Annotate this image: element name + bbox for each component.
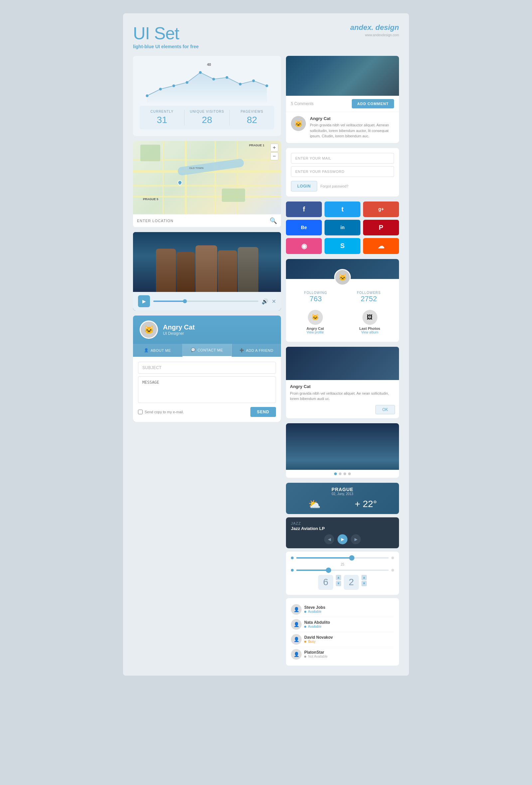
user-grid-item-photos: 🖼 Last Photos View album xyxy=(344,307,396,337)
story-image: 🐱 xyxy=(286,347,399,380)
user-mini-panel: 🐱 FOLLOWING 763 FOLLOWERS 2752 xyxy=(286,259,399,342)
map-search-input[interactable] xyxy=(137,219,270,223)
num-up-2[interactable]: ▲ xyxy=(361,575,367,580)
slider-fill-1 xyxy=(296,557,352,559)
friend-name-platon: PlatonStar xyxy=(304,650,328,655)
music-prev-button[interactable]: ◀ xyxy=(324,534,334,544)
avatar: 🐱 xyxy=(140,321,158,339)
slider-row-2 xyxy=(291,569,394,572)
comments-count: 5 Comments xyxy=(291,101,313,106)
linkedin-button[interactable]: in xyxy=(325,220,360,235)
followers-count: 2752 xyxy=(357,295,381,303)
map-zoom-in[interactable]: + xyxy=(270,144,278,152)
tab-contact-me[interactable]: 💬 CONTACT ME xyxy=(182,344,232,357)
friend-avatar-steve: 👤 xyxy=(291,604,302,615)
map-label-oldtown: OLD TOWN xyxy=(189,167,203,170)
status-dot-nata xyxy=(304,626,306,628)
map-zoom-out[interactable]: − xyxy=(270,152,278,160)
story-body: Angry Cat Proin gravida nibh vel velitau… xyxy=(286,380,399,418)
header-left: UI Set light-blue UI elements for free xyxy=(133,23,199,49)
page-title: UI Set xyxy=(133,23,199,43)
play-icon: ▶ xyxy=(142,299,146,304)
stat-visitors: UNIQUE VISITORS 28 xyxy=(184,110,229,125)
weather-panel: PRAGUE 02, Juny, 2013 ⛅ + 22° xyxy=(286,483,399,514)
slider-thumb-2[interactable] xyxy=(326,567,331,573)
slider-value: 25 xyxy=(291,562,394,566)
number-value-2: 2 xyxy=(349,577,354,587)
music-play-button[interactable]: ▶ xyxy=(337,534,348,544)
soundcloud-button[interactable]: ☁ xyxy=(363,238,399,254)
number-picker: 6 ▲ ▼ 2 ▲ ▼ xyxy=(291,575,394,590)
forgot-password-link[interactable]: Forgot passwod? xyxy=(321,184,349,188)
following-count: 763 xyxy=(304,295,327,303)
progress-thumb xyxy=(183,299,187,303)
status-dot-david xyxy=(304,641,306,643)
email-input[interactable] xyxy=(291,153,394,163)
facebook-button[interactable]: f xyxy=(286,202,322,217)
send-button[interactable]: SEND xyxy=(250,407,276,417)
slider-panel: 25 6 ▲ ▼ xyxy=(286,552,399,595)
friend-name-david: David Novakov xyxy=(304,635,333,640)
copy-email-checkbox[interactable] xyxy=(138,410,143,414)
tab-about-me-label: ABOUT ME xyxy=(151,349,171,352)
user-icon: 👤 xyxy=(144,348,149,352)
subject-input[interactable] xyxy=(138,362,276,374)
num-down-1[interactable]: ▼ xyxy=(336,581,341,586)
stats-row: CURRENTLY 31 UNIQUE VISITORS 28 PAGEVIEW… xyxy=(140,106,274,129)
tab-about-me[interactable]: 👤 ABOUT ME xyxy=(133,344,182,357)
video-thumbnail xyxy=(133,232,281,292)
twitter-button[interactable]: t xyxy=(325,202,360,217)
main-layout: 40 xyxy=(133,56,399,666)
google-plus-button[interactable]: g+ xyxy=(363,202,399,217)
num-down-2[interactable]: ▼ xyxy=(361,581,367,586)
message-input[interactable] xyxy=(138,376,276,403)
post-image xyxy=(286,56,399,96)
dribbble-button[interactable]: ◉ xyxy=(286,238,322,254)
video-progress-bar[interactable] xyxy=(153,301,258,302)
progress-fill xyxy=(153,301,185,302)
social-grid: f t g+ Be in P ◉ S ☁ xyxy=(286,202,399,254)
dot-4[interactable] xyxy=(348,473,351,475)
add-icon: ➕ xyxy=(239,348,245,352)
num-controls-1: ▲ ▼ xyxy=(336,575,341,590)
svg-point-3 xyxy=(186,81,188,84)
friend-name-steve: Steve Jobs xyxy=(304,605,325,610)
view-album-link[interactable]: View album xyxy=(345,330,394,334)
view-profile-link[interactable]: View profile xyxy=(290,330,340,334)
dot-1[interactable] xyxy=(334,473,337,475)
post-panel: 5 Comments ADD COMMENT 🐱 Angry Cat Proin… xyxy=(286,56,399,143)
stat-visitors-value: 28 xyxy=(184,115,229,125)
close-icon[interactable]: ✕ xyxy=(272,298,276,305)
ok-button[interactable]: OK xyxy=(375,405,395,414)
chart-area: 40 xyxy=(140,62,274,102)
tab-add-friend[interactable]: ➕ ADD A FRIEND xyxy=(232,344,281,357)
dot-2[interactable] xyxy=(339,473,341,475)
friend-status-david: Busy xyxy=(304,640,333,643)
skype-button[interactable]: S xyxy=(325,238,360,254)
num-up-1[interactable]: ▲ xyxy=(336,575,341,580)
profile-role: UI Designer xyxy=(163,331,195,336)
friend-info-platon: PlatonStar Not Available xyxy=(304,650,328,658)
music-panel: JAZZ Jazz Aviation LP ◀ ▶ ▶ xyxy=(286,517,399,548)
stat-currently: CURRENTLY 31 xyxy=(140,110,184,125)
svg-point-8 xyxy=(252,79,255,82)
login-button[interactable]: LOGIN xyxy=(291,181,317,192)
map-search: 🔍 xyxy=(133,214,281,227)
add-comment-button[interactable]: ADD COMMENT xyxy=(352,99,394,108)
pinterest-button[interactable]: P xyxy=(363,220,399,235)
svg-point-7 xyxy=(239,83,242,85)
video-play-button[interactable]: ▶ xyxy=(138,295,150,307)
svg-point-9 xyxy=(266,84,268,87)
music-next-button[interactable]: ▶ xyxy=(351,534,361,544)
music-controls: ◀ ▶ ▶ xyxy=(291,534,394,544)
volume-icon[interactable]: 🔊 xyxy=(262,298,268,305)
password-input[interactable] xyxy=(291,166,394,177)
behance-button[interactable]: Be xyxy=(286,220,322,235)
chart-panel: 40 xyxy=(133,56,281,136)
svg-point-0 xyxy=(146,95,149,97)
dot-3[interactable] xyxy=(344,473,346,475)
slider-track-1[interactable] xyxy=(296,557,389,559)
slider-track-2[interactable] xyxy=(296,569,389,571)
friend-status-nata: Available xyxy=(304,625,330,628)
slider-thumb-1[interactable] xyxy=(349,555,354,561)
